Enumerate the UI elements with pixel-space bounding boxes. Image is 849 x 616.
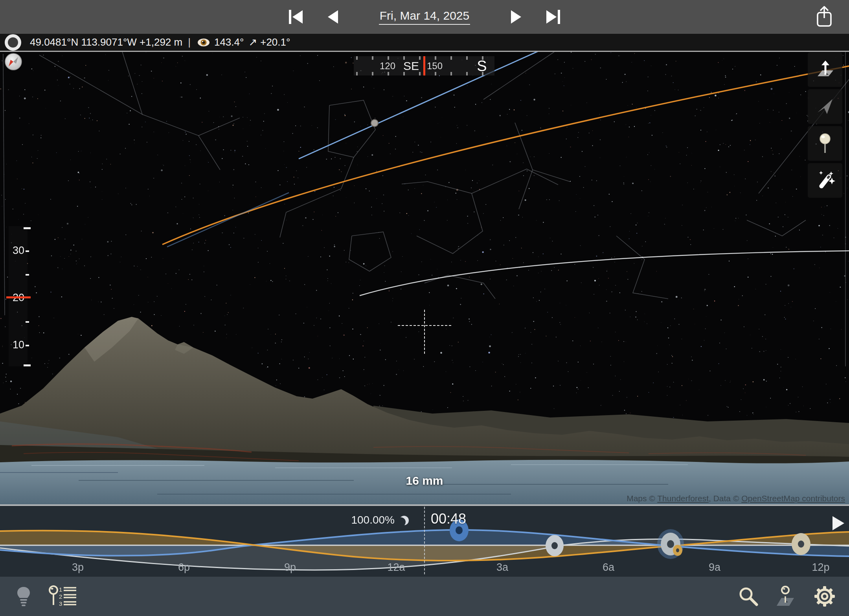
ribbon-label: S xyxy=(477,57,487,74)
moon-illumination: 100.00% xyxy=(252,514,409,526)
current-time-label: 00:48 xyxy=(431,511,466,527)
event-marker-hole xyxy=(676,548,679,552)
focal-length-label: 16 mm xyxy=(0,474,849,487)
ribbon-label: 120 xyxy=(380,61,395,72)
ribbon-tick xyxy=(435,56,436,60)
pitch-arrow-icon: ↗ xyxy=(248,36,257,48)
magic-wand-button[interactable] xyxy=(808,163,842,198)
heading-value: 143.4° xyxy=(214,36,244,48)
ribbon-tick xyxy=(466,72,468,75)
eye-icon xyxy=(197,37,210,48)
moon-path-line-faint xyxy=(167,193,289,247)
settings-gear-icon[interactable] xyxy=(814,585,836,607)
top-bar: Fri, Mar 14, 2025 xyxy=(0,0,849,34)
skip-end-icon xyxy=(546,10,557,24)
time-axis-label: 6a xyxy=(591,561,626,574)
ribbon-tick xyxy=(356,72,358,75)
pin-list-icon[interactable]: 123 xyxy=(48,585,78,607)
svg-text:1: 1 xyxy=(59,586,62,593)
moon-crescent-icon xyxy=(399,516,409,525)
ribbon-tick xyxy=(419,56,421,60)
ribbon-tick xyxy=(388,56,389,60)
search-icon[interactable] xyxy=(738,586,759,607)
share-icon[interactable] xyxy=(815,5,833,28)
skip-start-icon xyxy=(289,10,291,24)
event-marker-hole xyxy=(798,541,804,548)
moon-body[interactable] xyxy=(371,120,378,127)
pin-on-map-icon[interactable] xyxy=(774,585,796,607)
altitude-scale: 302010 xyxy=(9,226,28,366)
bottom-toolbar: 123 xyxy=(0,577,849,616)
current-time-line xyxy=(424,507,425,574)
ribbon-tick xyxy=(388,72,389,75)
time-axis-label: 3a xyxy=(485,561,520,574)
record-ring-icon[interactable] xyxy=(5,34,21,51)
ribbon-tick xyxy=(450,56,452,60)
ribbon-tick xyxy=(466,56,468,60)
ribbon-tick xyxy=(372,72,373,75)
status-bar: 49.0481°N 113.9071°W +1,292 m | 143.4° ↗… xyxy=(0,34,849,52)
location-arrow-icon xyxy=(815,97,835,116)
osm-link[interactable]: OpenStreetMap contributors xyxy=(741,494,845,503)
time-axis-label: 9p xyxy=(272,561,308,574)
magic-wand-icon xyxy=(814,170,836,191)
thunderforest-link[interactable]: Thunderforest xyxy=(657,494,709,503)
altitude-tick xyxy=(24,364,31,366)
compass-rose-icon[interactable] xyxy=(4,52,23,71)
skip-to-start-button[interactable] xyxy=(289,10,303,24)
event-marker-hole xyxy=(551,542,558,549)
event-marker-hole xyxy=(667,540,674,548)
coordinates-label: 49.0481°N 113.9071°W +1,292 m xyxy=(30,36,182,48)
play-button[interactable] xyxy=(832,516,844,530)
lightbulb-icon[interactable] xyxy=(16,586,31,607)
side-buttons xyxy=(808,52,842,198)
ribbon-tick xyxy=(419,72,421,75)
next-day-button[interactable] xyxy=(511,10,521,24)
time-axis-label: 6p xyxy=(166,561,202,574)
map-attribution: Maps © Thunderforest, Data © OpenStreetM… xyxy=(627,494,845,503)
ribbon-tick xyxy=(450,72,452,75)
ribbon-label: 150 xyxy=(427,61,443,72)
event-marker-hole xyxy=(456,526,463,534)
svg-text:3: 3 xyxy=(59,600,62,607)
tpe3d-app: Fri, Mar 14, 2025 49.0481°N 113.9071°W +… xyxy=(0,0,849,616)
pin-button[interactable] xyxy=(808,126,842,161)
heading-marker xyxy=(423,56,425,75)
sky-terrain-viewport[interactable]: 120SE150S 302010 xyxy=(0,52,849,504)
svg-text:2: 2 xyxy=(59,593,62,600)
time-axis-label: 3p xyxy=(60,561,96,574)
map-pin-icon xyxy=(815,132,835,154)
compass-ribbon: 120SE150S xyxy=(354,56,494,75)
celestial-arc-line xyxy=(360,251,849,296)
altitude-tick xyxy=(26,345,29,346)
skip-to-end-button[interactable] xyxy=(546,10,560,24)
pitch-marker xyxy=(6,296,31,298)
altitude-label: 10 xyxy=(9,339,24,351)
altitude-tick xyxy=(26,250,29,252)
ribbon-tick xyxy=(372,56,373,60)
previous-day-button[interactable] xyxy=(328,10,338,24)
altitude-label: 30 xyxy=(9,245,24,257)
ribbon-label: SE xyxy=(403,59,419,73)
pitch-value: +20.1° xyxy=(260,36,290,48)
altitude-tick xyxy=(26,321,29,323)
scene-overlay xyxy=(0,52,849,504)
current-location-button[interactable] xyxy=(808,89,842,124)
altitude-tick xyxy=(24,227,31,229)
ribbon-tick xyxy=(435,72,436,75)
altitude-tick xyxy=(26,274,29,276)
time-axis-label: 12p xyxy=(803,561,838,574)
time-axis-label: 9a xyxy=(697,561,732,574)
sun-path-line xyxy=(162,66,849,245)
ribbon-tick xyxy=(356,56,358,60)
crosshair-vertical xyxy=(424,310,425,354)
eject-to-map-button[interactable] xyxy=(808,52,842,87)
date-label[interactable]: Fri, Mar 14, 2025 xyxy=(379,9,470,25)
time-axis-label: 12a xyxy=(379,561,414,574)
map-eject-icon xyxy=(814,59,836,80)
timeline-panel[interactable]: 100.00% 00:48 3p6p9p12a3a6a9a12p xyxy=(0,506,849,577)
